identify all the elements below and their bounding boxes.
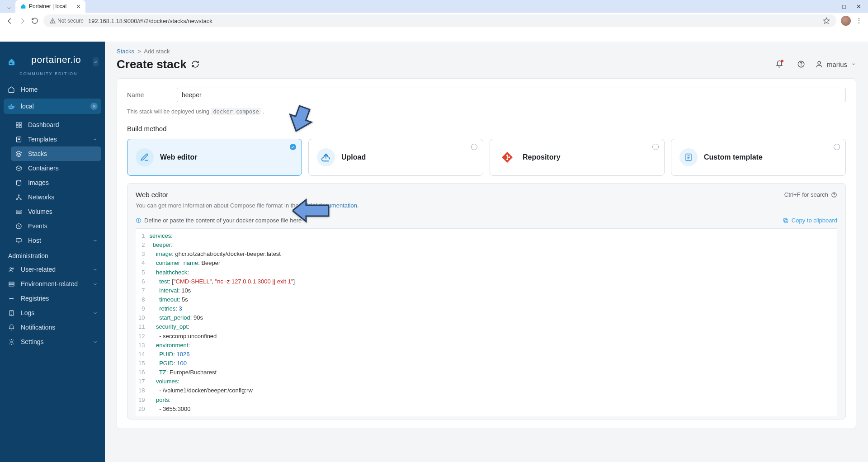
env-label: local [21,103,34,110]
close-tab-icon[interactable]: ✕ [76,3,81,10]
notif-dot [781,60,783,62]
deploy-note-code: docker compose [211,108,261,115]
help-icon[interactable] [831,192,837,198]
code-content[interactable]: services: beeper: image: ghcr.io/zachatr… [149,229,295,416]
refresh-icon[interactable] [191,60,199,68]
sidebar-item-networks[interactable]: Networks [7,190,105,204]
svg-rect-29 [9,284,14,286]
sidebar-item-logs[interactable]: Logs [0,306,105,320]
svg-point-4 [859,20,859,21]
host-icon [14,237,23,244]
close-env-icon[interactable]: ✕ [90,103,98,110]
sidebar-item-notifications[interactable]: Notifications [0,320,105,335]
method-label: Custom template [704,153,763,161]
method-custom-template[interactable]: Custom template [671,139,846,176]
sidebar-item-user-related[interactable]: User-related [0,262,105,277]
deploy-note-prefix: This stack will be deployed using [127,108,211,115]
env-icon [7,281,15,288]
sidebar-label: Templates [28,136,57,143]
sidebar-label: Images [28,179,49,186]
build-method-options: Web editor Upload Repository [127,139,846,176]
sidebar-environment[interactable]: local ✕ [4,99,101,114]
sidebar-label: Notifications [21,324,55,331]
method-upload[interactable]: Upload [308,139,483,176]
collapse-sidebar-button[interactable]: « [93,57,99,66]
sidebar-item-volumes[interactable]: Volumes [7,204,105,219]
svg-rect-11 [16,125,18,127]
radio-selected-icon [290,144,296,150]
svg-point-18 [20,198,21,200]
volumes-icon [14,208,23,215]
code-editor[interactable]: 1 2 3 4 5 6 7 8 9 10 11 12 13 14 15 16 1… [136,228,837,416]
minimize-icon[interactable]: — [826,3,833,10]
editor-description: You can get more information about Compo… [136,202,837,209]
sidebar-item-host[interactable]: Host [7,233,105,248]
browser-menu-icon[interactable] [855,17,863,24]
svg-rect-7 [10,63,11,64]
events-icon [14,223,23,230]
back-button[interactable] [5,17,14,25]
docker-icon [7,102,15,110]
radio-icon [834,144,840,150]
svg-rect-12 [19,125,21,127]
browser-tab[interactable]: Portainer | local ✕ [15,0,85,13]
sidebar-logo[interactable]: portainer.io COMMUNITY EDITION « [0,42,105,82]
sidebar-item-settings[interactable]: Settings [0,335,105,349]
copy-to-clipboard-button[interactable]: Copy to clipboard [783,217,837,224]
info-icon [136,217,142,223]
breadcrumb-root[interactable]: Stacks [117,48,134,55]
sidebar-item-templates[interactable]: Templates [7,132,105,146]
method-repository[interactable]: Repository [490,139,665,176]
deploy-note-suffix: . [261,108,264,115]
sidebar: portainer.io COMMUNITY EDITION « Home lo… [0,42,105,462]
user-menu[interactable]: marius [815,60,856,68]
tab-search-icon[interactable] [5,4,14,13]
maximize-icon[interactable]: □ [841,3,847,10]
close-window-icon[interactable]: ✕ [855,3,862,10]
browser-toolbar: Not secure 192.168.1.18:9000/#!/2/docker… [0,13,868,29]
sidebar-label: Volumes [28,208,52,215]
sidebar-item-registries[interactable]: Registries [0,291,105,306]
sidebar-label: Logs [21,309,34,316]
url-bar[interactable]: Not secure 192.168.1.18:9000/#!/2/docker… [43,14,836,27]
svg-point-19 [18,194,19,196]
method-web-editor[interactable]: Web editor [127,139,302,176]
editor-search-hint: Ctrl+F for search [784,191,837,198]
svg-point-3 [859,18,859,19]
notifications-button[interactable] [772,57,787,72]
svg-rect-9 [16,122,18,124]
sidebar-item-images[interactable]: Images [7,175,105,190]
sidebar-item-dashboard[interactable]: Dashboard [7,118,105,132]
registries-icon [7,295,15,302]
doc-link[interactable]: official documentation [300,202,357,209]
brand-edition: COMMUNITY EDITION [19,71,93,76]
name-input[interactable] [177,88,846,102]
security-indicator[interactable]: Not secure [50,18,84,24]
svg-rect-55 [784,219,788,222]
sidebar-item-containers[interactable]: Containers [7,161,105,175]
sidebar-item-home[interactable]: Home [0,82,105,97]
bookmark-icon[interactable] [823,17,830,24]
svg-point-2 [52,22,53,22]
git-icon [498,148,516,166]
help-button[interactable] [793,57,809,72]
svg-point-54 [138,219,139,220]
bell-icon [7,324,15,331]
sidebar-section-admin: Administration [0,248,105,262]
forward-button[interactable] [18,17,26,25]
sidebar-label: User-related [21,266,56,273]
sidebar-item-env-related[interactable]: Environment-related [0,277,105,291]
profile-avatar[interactable] [841,16,851,26]
gear-icon [7,339,15,345]
sidebar-label: Home [21,86,38,93]
radio-icon [652,144,659,150]
template-icon [679,148,698,166]
chevron-down-icon [93,267,98,272]
form-card: Name This stack will be deployed using d… [117,78,856,429]
build-method-heading: Build method [127,125,846,132]
sidebar-item-stacks[interactable]: Stacks [11,146,101,161]
reload-button[interactable] [31,17,39,24]
breadcrumb-current: Add stack [144,48,170,55]
sidebar-item-events[interactable]: Events [7,219,105,233]
users-icon [7,266,15,273]
